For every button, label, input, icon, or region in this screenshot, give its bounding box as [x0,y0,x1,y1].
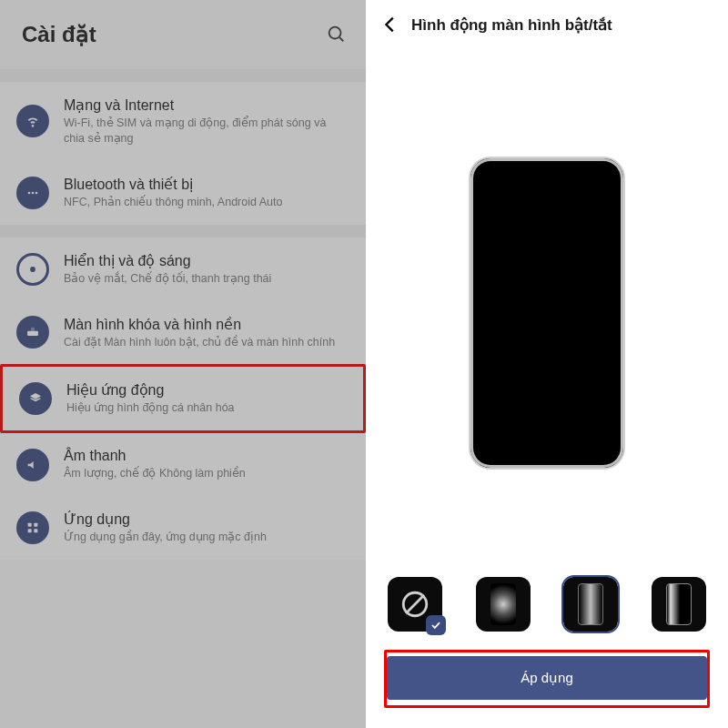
check-badge-icon [426,615,446,635]
svg-line-13 [406,595,424,613]
settings-item-sub: NFC, Phản chiếu thông minh, Android Auto [64,195,348,210]
back-button[interactable] [379,13,402,36]
settings-item-display[interactable]: Hiển thị và độ sáng Bảo vệ mắt, Chế độ t… [0,238,366,301]
svg-point-0 [329,27,341,39]
animation-header: Hình động màn hình bật/tắt [366,0,728,49]
settings-item-title: Bluetooth và thiết bị [64,176,348,193]
svg-point-4 [35,191,38,194]
animation-option-glow[interactable] [476,577,531,632]
animation-title: Hình động màn hình bật/tắt [411,15,612,35]
settings-item-lockscreen[interactable]: Màn hình khóa và hình nền Cài đặt Màn hì… [0,301,366,365]
svg-rect-10 [28,529,32,532]
highlight-box: Hiệu ứng động Hiệu ứng hình động cá nhân… [0,364,366,433]
settings-item-title: Hiển thị và độ sáng [64,252,348,269]
settings-list: Mạng và Internet Wi-Fi, thẻ SIM và mạng … [0,69,366,560]
brightness-icon [16,253,49,286]
svg-point-5 [30,267,35,272]
settings-item-sub: Cài đặt Màn hình luôn bật, chủ đề và màn… [64,335,348,350]
wifi-icon [16,105,49,137]
animation-pane: Hình động màn hình bật/tắt Áp dụng [366,0,728,728]
svg-rect-8 [28,523,32,527]
svg-rect-9 [34,523,37,527]
settings-item-title: Mạng và Internet [64,96,348,114]
settings-item-apps[interactable]: Ứng dụng Ứng dụng gần đây, ứng dụng mặc … [0,496,366,560]
sound-icon [16,449,49,481]
svg-rect-11 [34,529,37,532]
svg-point-2 [28,191,31,194]
apply-wrap: Áp dụng [366,650,728,728]
animation-option-vertical[interactable] [563,577,618,632]
settings-item-title: Hiệu ứng động [66,381,345,399]
animation-option-slide[interactable] [652,577,706,632]
phone-preview [366,49,728,577]
search-icon[interactable] [326,24,348,46]
animation-options [366,577,728,650]
animation-option-none[interactable] [388,577,442,632]
settings-pane: Cài đặt Mạng và Internet Wi-Fi, thẻ SIM … [0,0,366,728]
settings-item-title: Âm thanh [64,448,348,464]
settings-item-sub: Âm lượng, chế độ Không làm phiền [64,466,348,481]
phone-shell-icon [469,157,625,470]
highlight-box: Áp dụng [384,650,710,708]
svg-rect-7 [31,328,35,331]
settings-item-network[interactable]: Mạng và Internet Wi-Fi, thẻ SIM và mạng … [0,82,366,161]
layers-icon [19,382,52,415]
settings-item-animation[interactable]: Hiệu ứng động Hiệu ứng hình động cá nhân… [3,367,363,430]
settings-item-title: Ứng dụng [64,511,348,528]
dock-icon [16,316,49,349]
apply-label: Áp dụng [521,670,573,686]
svg-line-1 [339,37,343,41]
svg-rect-6 [27,331,38,336]
apply-button[interactable]: Áp dụng [387,656,707,700]
settings-item-sub: Hiệu ứng hình động cá nhân hóa [66,400,345,416]
settings-item-sub: Bảo vệ mắt, Chế độ tối, thanh trạng thái [64,271,348,287]
settings-item-sound[interactable]: Âm thanh Âm lượng, chế độ Không làm phiề… [0,433,366,496]
settings-header: Cài đặt [0,0,366,69]
svg-point-3 [32,191,35,194]
settings-item-sub: Ứng dụng gần đây, ứng dụng mặc định [64,530,348,545]
settings-item-bluetooth[interactable]: Bluetooth và thiết bị NFC, Phản chiếu th… [0,161,366,225]
settings-title: Cài đặt [22,22,96,47]
settings-item-sub: Wi-Fi, thẻ SIM và mạng di động, điểm phá… [64,116,348,147]
apps-icon [16,511,49,544]
more-dots-icon [16,177,49,209]
settings-item-title: Màn hình khóa và hình nền [64,316,348,333]
